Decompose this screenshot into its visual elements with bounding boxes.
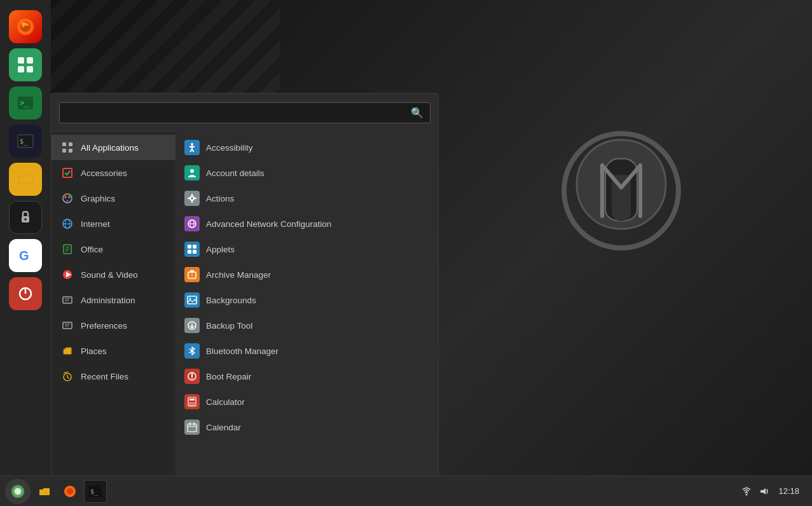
category-internet[interactable]: Internet bbox=[52, 211, 175, 236]
category-sound-video[interactable]: Sound & Video bbox=[52, 262, 175, 287]
taskbar-firefox[interactable] bbox=[58, 480, 81, 503]
actions-app-icon bbox=[184, 191, 200, 206]
category-accessories[interactable]: Accessories bbox=[52, 160, 175, 186]
adv-network-app-icon bbox=[184, 216, 200, 231]
app-adv-network[interactable]: Advanced Network Configuration bbox=[175, 211, 438, 236]
category-preferences-label: Preferences bbox=[81, 321, 127, 331]
app-backgrounds[interactable]: Backgrounds bbox=[175, 287, 438, 313]
svg-rect-1 bbox=[62, 142, 66, 146]
app-boot-repair[interactable]: Boot Repair bbox=[175, 364, 438, 389]
category-all-applications[interactable]: All Applications bbox=[52, 135, 175, 160]
svg-point-57 bbox=[193, 402, 195, 404]
category-office-label: Office bbox=[81, 245, 103, 254]
dock-power[interactable] bbox=[9, 277, 42, 310]
dock-terminal-dark[interactable]: $_ bbox=[9, 125, 42, 158]
svg-point-59 bbox=[191, 404, 193, 406]
svg-rect-43 bbox=[193, 250, 196, 254]
category-office[interactable]: Office bbox=[52, 236, 175, 262]
taskbar-files[interactable] bbox=[33, 480, 56, 503]
category-administration-label: Administration bbox=[81, 296, 135, 305]
archive-manager-label: Archive Manager bbox=[206, 270, 271, 280]
actions-label: Actions bbox=[206, 194, 234, 203]
svg-rect-70 bbox=[27, 66, 33, 72]
svg-rect-68 bbox=[27, 57, 33, 64]
svg-rect-61 bbox=[188, 424, 196, 432]
category-sound-video-label: Sound & Video bbox=[81, 270, 138, 280]
dock-lock[interactable] bbox=[9, 201, 42, 234]
account-details-label: Account details bbox=[206, 168, 265, 178]
category-recent-files[interactable]: Recent Files bbox=[52, 364, 175, 389]
svg-point-81 bbox=[15, 488, 22, 495]
svg-rect-2 bbox=[69, 142, 72, 146]
system-clock[interactable]: 12:18 bbox=[776, 486, 802, 496]
svg-point-32 bbox=[190, 196, 194, 200]
places-icon bbox=[60, 344, 74, 358]
svg-rect-67 bbox=[18, 57, 24, 64]
taskbar-start-button[interactable] bbox=[5, 479, 31, 504]
recent-files-icon bbox=[60, 369, 74, 383]
svg-point-58 bbox=[189, 404, 191, 406]
svg-point-9 bbox=[66, 200, 69, 202]
category-places-label: Places bbox=[81, 346, 107, 356]
svg-point-55 bbox=[189, 402, 191, 404]
svg-rect-5 bbox=[63, 168, 72, 177]
svg-point-60 bbox=[193, 404, 195, 406]
svg-text:$_: $_ bbox=[90, 488, 99, 496]
svg-rect-45 bbox=[190, 270, 194, 273]
app-accessibility[interactable]: Accessibility bbox=[175, 135, 438, 160]
search-input-wrap[interactable]: 🔍 bbox=[59, 102, 430, 123]
category-all-label: All Applications bbox=[81, 143, 139, 153]
accessibility-app-icon bbox=[184, 140, 200, 155]
dock-google[interactable]: G bbox=[9, 239, 42, 272]
backup-tool-app-icon bbox=[184, 318, 200, 333]
dock-firefox[interactable] bbox=[9, 10, 42, 43]
taskbar: $_ 12:18 bbox=[0, 475, 812, 506]
search-input[interactable] bbox=[66, 108, 411, 118]
app-backup-tool[interactable]: Backup Tool bbox=[175, 313, 438, 338]
app-applets[interactable]: Applets bbox=[175, 236, 438, 262]
svg-rect-41 bbox=[193, 245, 196, 249]
backup-tool-label: Backup Tool bbox=[206, 321, 252, 331]
preferences-icon bbox=[60, 318, 74, 332]
category-graphics[interactable]: Graphics bbox=[52, 186, 175, 211]
app-archive-manager[interactable]: Archive Manager bbox=[175, 262, 438, 287]
svg-point-83 bbox=[67, 488, 73, 495]
mint-logo bbox=[558, 127, 685, 254]
network-icon[interactable] bbox=[740, 485, 753, 498]
app-bluetooth[interactable]: Bluetooth Manager bbox=[175, 338, 438, 364]
svg-point-7 bbox=[64, 196, 67, 198]
category-internet-label: Internet bbox=[81, 219, 110, 229]
applets-app-icon bbox=[184, 242, 200, 257]
category-administration[interactable]: Administration bbox=[52, 287, 175, 313]
svg-rect-3 bbox=[62, 149, 66, 153]
bluetooth-label: Bluetooth Manager bbox=[206, 346, 279, 356]
app-calculator[interactable]: Calculator bbox=[175, 389, 438, 414]
svg-point-8 bbox=[68, 196, 71, 198]
volume-icon[interactable] bbox=[758, 485, 771, 498]
svg-point-48 bbox=[189, 298, 191, 300]
search-icon[interactable]: 🔍 bbox=[411, 107, 423, 119]
system-tray: 12:18 bbox=[735, 485, 807, 498]
app-calendar[interactable]: Calendar bbox=[175, 414, 438, 440]
account-details-app-icon bbox=[184, 165, 200, 181]
svg-rect-4 bbox=[69, 149, 72, 153]
app-actions[interactable]: Actions bbox=[175, 186, 438, 211]
svg-rect-54 bbox=[189, 399, 195, 400]
bluetooth-app-icon bbox=[184, 343, 200, 359]
svg-rect-42 bbox=[188, 250, 191, 254]
app-account-details[interactable]: Account details bbox=[175, 160, 438, 186]
menu-apps-panel: Accessibility Account details Actions Ad… bbox=[175, 132, 438, 475]
category-places[interactable]: Places bbox=[52, 338, 175, 364]
administration-icon bbox=[60, 293, 74, 307]
dock-files[interactable] bbox=[9, 163, 42, 196]
dock-apps[interactable] bbox=[9, 48, 42, 81]
category-preferences[interactable]: Preferences bbox=[52, 313, 175, 338]
dock-terminal-green[interactable]: >_ bbox=[9, 86, 42, 120]
svg-text:$_: $_ bbox=[20, 138, 28, 146]
calendar-label: Calendar bbox=[206, 423, 241, 432]
taskbar-terminal[interactable]: $_ bbox=[84, 480, 107, 503]
svg-point-26 bbox=[191, 143, 193, 146]
svg-rect-69 bbox=[18, 66, 24, 72]
boot-repair-label: Boot Repair bbox=[206, 372, 251, 381]
calculator-app-icon bbox=[184, 394, 200, 409]
